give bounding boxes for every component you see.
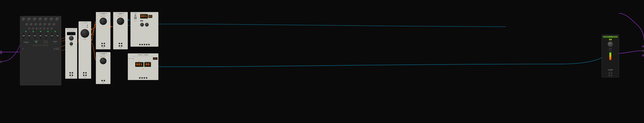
- mixer-fader-7[interactable]: [57, 33, 58, 39]
- mixer-knob-19[interactable]: [43, 27, 46, 30]
- chromatic-midi-label: MIDI CHANNEL: [129, 58, 134, 59]
- fluidgm-jack-4[interactable]: [611, 75, 612, 76]
- audio-cv-jack-out[interactable]: [72, 72, 73, 74]
- mixer-jack-2[interactable]: [35, 45, 37, 46]
- mixer-knob-9[interactable]: [30, 23, 34, 27]
- audio-cv-jack-3[interactable]: [69, 74, 71, 76]
- audio-cv-jack-in[interactable]: [69, 72, 71, 74]
- mind-note-button[interactable]: note: [140, 20, 143, 22]
- mixer-knob-3[interactable]: [32, 17, 38, 22]
- mixer-knob-14[interactable]: [52, 23, 56, 27]
- cv-att-1-jack-2[interactable]: [104, 43, 105, 44]
- mixer-knob-18[interactable]: [39, 27, 42, 30]
- mixer-knob-17[interactable]: [36, 27, 38, 30]
- mixer-knob-20[interactable]: [46, 27, 50, 30]
- mixer-knob-2[interactable]: [27, 17, 32, 22]
- chromatic-jack-4[interactable]: [146, 77, 147, 79]
- cv-round-patch-2[interactable]: [87, 27, 88, 28]
- cv-att-2-main-knob[interactable]: [100, 58, 106, 64]
- mixer-knob-8[interactable]: [25, 23, 29, 27]
- mixer-knob-7[interactable]: [55, 17, 60, 22]
- mixer-pad[interactable]: [44, 41, 48, 43]
- right-port-1[interactable]: [642, 45, 644, 47]
- mixer-knob-11[interactable]: [39, 23, 42, 27]
- fluidgm-main-knob[interactable]: [608, 42, 613, 47]
- mind-jack-2[interactable]: [141, 44, 143, 45]
- mixer-knob-13[interactable]: [48, 23, 52, 27]
- mixer-knob-10[interactable]: [34, 23, 38, 27]
- mind-jack-4[interactable]: [146, 44, 148, 45]
- cv-att-1-jack-3[interactable]: [101, 45, 103, 47]
- mixer-jack-5[interactable]: [42, 45, 44, 46]
- mixer-fader-1[interactable]: [24, 33, 24, 39]
- mixer-knob-6[interactable]: [50, 17, 54, 22]
- cv-round-jack-2[interactable]: [85, 72, 87, 74]
- cv-att-2-jack-2[interactable]: [104, 80, 105, 81]
- cv-att-3-main-knob[interactable]: [117, 18, 124, 25]
- mixer-knob-15[interactable]: [28, 27, 31, 30]
- att1-out[interactable]: [110, 26, 112, 27]
- fluidgm-level-bar: [609, 49, 612, 60]
- mixer-jack-1[interactable]: [33, 45, 34, 46]
- mixer-fader-6[interactable]: [52, 33, 52, 39]
- audio-cv-jack-4[interactable]: [72, 74, 73, 76]
- mind-knob-1[interactable]: [140, 23, 144, 27]
- mixer-fader-5[interactable]: [46, 33, 46, 39]
- mind-jack-1[interactable]: [139, 44, 141, 45]
- right-port-3[interactable]: [642, 54, 644, 56]
- chromatic-jack-3[interactable]: [144, 77, 145, 79]
- chromatic-jack-2[interactable]: [141, 77, 143, 79]
- fluidgm-led-bar-2: [610, 39, 612, 40]
- cv-round-out-3[interactable]: [91, 39, 92, 41]
- cv-att-3-jack-4[interactable]: [121, 45, 122, 47]
- fluidgm-jack-3[interactable]: [608, 75, 610, 76]
- mixer-jack-3[interactable]: [38, 45, 39, 46]
- chromatic-jack-1[interactable]: [139, 77, 140, 79]
- mixer-knob-4[interactable]: [38, 17, 43, 22]
- right-port-2[interactable]: [642, 50, 644, 52]
- mixer-knob-1[interactable]: [22, 17, 26, 22]
- mixer-fader-3[interactable]: [35, 33, 35, 39]
- cv-att-3-jack-2[interactable]: [121, 43, 122, 44]
- mixer-fader-2[interactable]: [29, 33, 30, 39]
- cv-round-out-1[interactable]: [91, 29, 92, 30]
- cv-round-out-2[interactable]: [91, 34, 92, 35]
- mixer-jack-7[interactable]: [46, 45, 48, 46]
- mixer-knob-12[interactable]: [43, 23, 47, 27]
- mind-display-2: 03: [148, 15, 152, 18]
- cv-round-main-knob[interactable]: [80, 29, 89, 38]
- cv-round-jack-4[interactable]: [85, 74, 87, 76]
- mind-jack-3[interactable]: [144, 44, 145, 45]
- mixer-jack-6[interactable]: [44, 45, 46, 46]
- cv-round-jack-3[interactable]: [83, 74, 84, 76]
- chromatic-x-button[interactable]: ✕: [142, 68, 144, 70]
- mixer-fader-4[interactable]: [40, 33, 41, 39]
- mind-knob-2[interactable]: [145, 23, 149, 27]
- mixer-knob-21[interactable]: [50, 27, 53, 30]
- fluidgm-jack-1[interactable]: [608, 72, 610, 74]
- cv-att-1-main-knob[interactable]: [100, 18, 107, 25]
- cv-round-patch-1[interactable]: [87, 25, 88, 26]
- audio-cv-display: CV: [67, 32, 76, 35]
- audio-cv-octave-knob[interactable]: [70, 42, 73, 46]
- cv-att-2-jack-1[interactable]: [101, 80, 103, 81]
- audio-cv-pitch-module: AUDIO TO CV PITCH ATTENUVERTER CV THRESH…: [65, 28, 77, 79]
- left-cv-port[interactable]: [0, 52, 2, 54]
- mixer-knob-5[interactable]: [44, 17, 48, 22]
- mixer-jack-4[interactable]: [40, 45, 42, 46]
- att3-mind-connector[interactable]: [128, 19, 129, 21]
- cv-att-3-jack-3[interactable]: [118, 45, 120, 47]
- cv-round-jack-1[interactable]: [83, 72, 84, 74]
- audio-cv-threshold-knob[interactable]: [69, 36, 74, 41]
- fluidgm-screen: FluidGM: [603, 36, 618, 38]
- mind-jack-5[interactable]: [148, 44, 150, 45]
- fluidgm-title: FLUIDGM: [602, 69, 618, 71]
- left-audio-port[interactable]: [0, 61, 2, 63]
- cv-att-1-jack-4[interactable]: [104, 45, 105, 47]
- cv-att-3-jack-1[interactable]: [118, 43, 120, 44]
- fluidgm-jack-2[interactable]: [611, 72, 612, 74]
- cv-att-1-jack-1[interactable]: [101, 43, 103, 44]
- mixer-knob-16[interactable]: [32, 27, 34, 30]
- cv-att-2-emod: ©MOD: [102, 82, 105, 83]
- mixer-led-1: [26, 31, 26, 32]
